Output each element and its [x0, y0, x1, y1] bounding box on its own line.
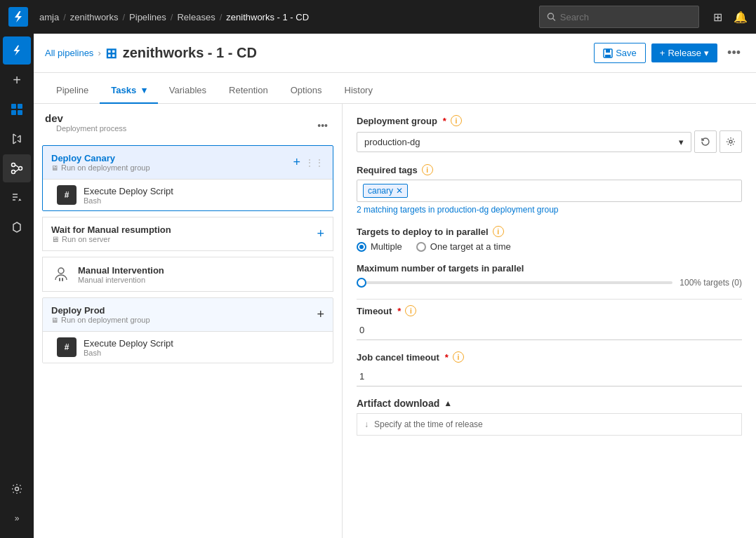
tab-tasks[interactable]: Tasks ▾ [100, 78, 158, 104]
execute-deploy-script-2[interactable]: # Execute Deploy Script Bash [43, 331, 333, 363]
right-panel: Deployment group * i production-dg ▾ [343, 104, 756, 538]
header-actions: Save + Release ▾ ••• [594, 43, 745, 63]
required-star-2: * [397, 306, 401, 316]
sidebar-settings-icon[interactable] [3, 475, 31, 503]
tab-pipeline[interactable]: Pipeline [45, 78, 100, 104]
manual-intervention-sub: Manual intervention [78, 276, 164, 284]
svg-point-14 [58, 268, 64, 274]
sidebar-expand-icon[interactable]: » [3, 504, 31, 532]
sidebar-item-add[interactable]: + [3, 66, 31, 94]
sidebar-item-artifacts[interactable] [3, 213, 31, 241]
search-box[interactable] [539, 6, 699, 28]
max-parallel-field: Maximum number of targets in parallel 10… [357, 263, 742, 288]
stage-more-button[interactable]: ••• [314, 119, 331, 133]
job-cancel-timeout-info-icon[interactable]: i [453, 351, 464, 363]
manual-intervention-title: Manual Intervention [78, 265, 164, 276]
azure-logo[interactable] [8, 7, 28, 27]
parallel-slider[interactable] [357, 281, 672, 284]
refresh-button[interactable] [694, 130, 717, 153]
sidebar-item-boards[interactable] [3, 95, 31, 123]
tag-input[interactable]: canary ✕ [357, 180, 742, 202]
left-panel: dev Deployment process ••• Deploy Canary… [34, 104, 343, 538]
one-target-radio-option[interactable]: One target at a time [416, 241, 511, 252]
artifact-expand-icon[interactable]: ▲ [444, 398, 452, 408]
tab-retention[interactable]: Retention [218, 78, 279, 104]
manual-intervention-section: Manual Intervention Manual intervention [42, 257, 333, 292]
job-cancel-timeout-field: Job cancel timeout * i [357, 351, 742, 386]
release-button[interactable]: + Release ▾ [651, 43, 717, 62]
page-header: All pipelines › ⊞ zenithworks - 1 - CD S… [34, 34, 756, 73]
execute-deploy-script-1[interactable]: # Execute Deploy Script Bash [43, 179, 333, 210]
grid-icon[interactable]: ⊞ [713, 11, 722, 24]
manual-intervention-item[interactable]: Manual Intervention Manual intervention [42, 257, 333, 292]
targets-parallel-info-icon[interactable]: i [493, 226, 504, 237]
deploy-prod-sub: 🖥 Run on deployment group [51, 316, 150, 324]
save-button[interactable]: Save [594, 43, 646, 63]
page-title: ⊞ zenithworks - 1 - CD [105, 45, 257, 62]
bash-icon-1: # [57, 185, 77, 205]
download-arrow-icon: ↓ [364, 419, 369, 429]
artifact-download-field: Artifact download ▲ ↓ Specify at the tim… [357, 398, 742, 436]
targets-parallel-field: Targets to deploy to in parallel i Multi… [357, 226, 742, 252]
job-cancel-timeout-input[interactable] [357, 367, 742, 386]
task-title-2: Execute Deploy Script [84, 338, 324, 349]
drag-handle-canary[interactable]: ⋮⋮ [305, 157, 324, 168]
tab-options[interactable]: Options [279, 78, 333, 104]
deployment-group-info-icon[interactable]: i [451, 115, 462, 126]
breadcrumb-pipelines[interactable]: Pipelines [129, 12, 166, 22]
deploy-canary-group: Deploy Canary 🖥 Run on deployment group … [42, 145, 333, 211]
required-tags-field: Required tags i canary ✕ 2 matching targ… [357, 164, 742, 215]
more-options-button[interactable]: ••• [723, 43, 745, 63]
timeout-input[interactable] [357, 321, 742, 340]
required-star-3: * [445, 352, 449, 363]
svg-point-7 [19, 167, 22, 170]
sidebar-item-home[interactable] [3, 36, 31, 65]
required-tags-label: Required tags i [357, 164, 742, 175]
canary-tag: canary ✕ [363, 184, 408, 198]
svg-point-17 [729, 140, 732, 143]
settings-button[interactable] [719, 130, 742, 153]
sidebar-item-testplans[interactable] [3, 184, 31, 212]
search-input[interactable] [560, 12, 691, 22]
svg-point-8 [12, 170, 15, 174]
add-task-button-prod[interactable]: + [317, 307, 324, 322]
breadcrumb-zenithworks[interactable]: zenithworks [70, 12, 119, 22]
multiple-radio-option[interactable]: Multiple [357, 241, 402, 252]
refresh-icon [701, 137, 710, 147]
tasks-dropdown-arrow: ▾ [142, 85, 147, 95]
breadcrumb: amja / zenithworks / Pipelines / Release… [39, 12, 533, 22]
remove-canary-tag-button[interactable]: ✕ [396, 186, 403, 196]
timeout-field: Timeout * i [357, 305, 742, 340]
breadcrumb-current: zenithworks - 1 - CD [226, 12, 309, 22]
sidebar-bottom: » [3, 475, 31, 538]
svg-line-1 [553, 18, 555, 20]
sidebar-item-repos[interactable] [3, 125, 31, 153]
artifact-download-header: Artifact download ▲ [357, 398, 742, 409]
slider-row: 100% targets (0) [357, 278, 742, 288]
targets-parallel-label: Targets to deploy to in parallel i [357, 226, 742, 237]
add-task-button-canary[interactable]: + [293, 155, 300, 170]
breadcrumb-releases[interactable]: Releases [177, 12, 215, 22]
manual-intervention-icon [51, 264, 71, 284]
add-task-button-wait[interactable]: + [317, 227, 324, 241]
wait-manual-sub: 🖥 Run on server [51, 235, 171, 243]
timeout-info-icon[interactable]: i [405, 305, 416, 316]
all-pipelines-link[interactable]: All pipelines [45, 48, 93, 58]
svg-rect-2 [11, 104, 16, 109]
svg-rect-4 [11, 110, 16, 115]
breadcrumb-amja[interactable]: amja [39, 12, 59, 22]
tab-history[interactable]: History [333, 78, 384, 104]
deploy-canary-header[interactable]: Deploy Canary 🖥 Run on deployment group … [43, 146, 333, 179]
wait-manual-item[interactable]: Wait for Manual resumption 🖥 Run on serv… [42, 217, 333, 251]
sidebar-item-pipelines[interactable] [3, 154, 31, 182]
required-tags-info-icon[interactable]: i [422, 164, 433, 175]
stage-header: dev Deployment process ••• [34, 104, 342, 141]
pipeline-type-icon: ⊞ [105, 45, 117, 62]
tabs-bar: Pipeline Tasks ▾ Variables Retention Opt… [34, 73, 756, 104]
tab-variables[interactable]: Variables [158, 78, 218, 104]
deployment-group-dropdown[interactable]: production-dg ▾ [357, 132, 691, 152]
notifications-icon[interactable]: 🔔 [734, 11, 748, 24]
deploy-prod-header[interactable]: Deploy Prod 🖥 Run on deployment group + [43, 298, 333, 331]
task-title-1: Execute Deploy Script [84, 186, 324, 196]
svg-point-11 [15, 487, 19, 491]
